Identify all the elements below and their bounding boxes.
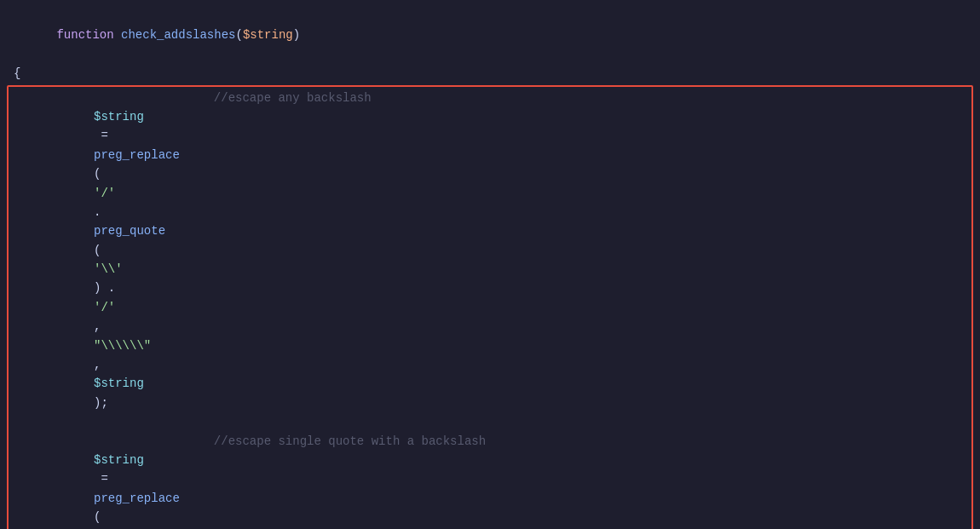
paren-close: ) <box>293 28 300 42</box>
param-string: $string <box>243 28 293 42</box>
keyword-function: function <box>56 28 121 42</box>
brace-open: { <box>14 64 20 83</box>
preg-line-1: $string = preg_replace ( '/' . preg_quot… <box>15 89 965 432</box>
code-editor: function check_addslashes($string) { $st… <box>0 0 980 529</box>
highlighted-preg-block: $string = preg_replace ( '/' . preg_quot… <box>7 85 973 529</box>
function-name: check_addslashes <box>121 28 235 42</box>
line-function-header: function check_addslashes($string) <box>0 7 980 64</box>
preg-line-2: $string = preg_replace ( '/\'/i' , '\\\'… <box>15 432 965 529</box>
line-brace-open: { <box>0 64 980 83</box>
paren-open: ( <box>235 28 242 42</box>
